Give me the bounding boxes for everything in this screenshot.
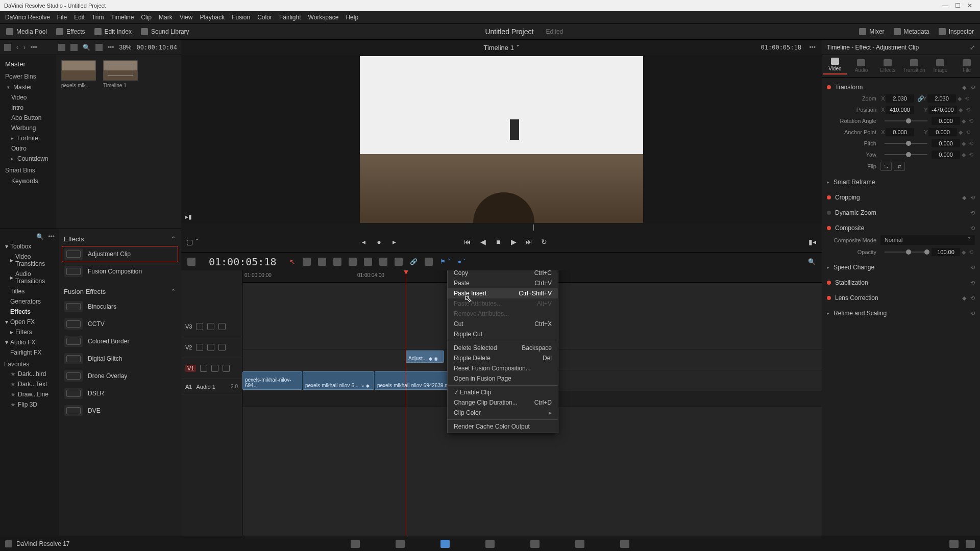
cut-page-icon[interactable] [396,540,405,548]
effect-drone-overlay[interactable]: Drone Overlay [62,368,178,384]
keyframe-icon[interactable]: ◆ [962,140,966,147]
deliver-page-icon[interactable] [620,540,629,548]
list-view-icon[interactable] [70,44,78,51]
fav-item[interactable]: ★ Dark...Text [1,379,58,389]
transform-section-head[interactable]: Transform◆⟲ [827,82,975,93]
pool-menu-icon[interactable] [4,44,11,51]
fav-item[interactable]: ★ Flip 3D [1,399,58,410]
stop-icon[interactable]: ■ [494,238,502,246]
selection-tool-icon[interactable]: ↖ [289,258,296,266]
yaw-input[interactable] [932,151,960,159]
timeline[interactable]: V3 V2 V1 A1Audio 12.0 01:00:00:00 01:00:… [181,270,822,536]
opacity-slider[interactable] [885,252,927,253]
composite-head[interactable]: Composite⟲ [827,222,975,234]
menu-mark[interactable]: Mark [159,14,173,21]
reset-icon[interactable]: ⟲ [966,129,970,136]
video-clip[interactable]: pexels-mikhail-nilov-694... [242,371,302,390]
menu-item-reset-fusion-composition[interactable]: Reset Fusion Composition... [448,363,558,373]
menu-item-open-in-fusion-page[interactable]: Open in Fusion Page [448,373,558,384]
zoom-timeline-icon[interactable]: 🔍 [808,258,816,265]
smart-reframe-head[interactable]: ▸Smart Reframe [827,177,975,188]
collapse-icon[interactable]: ⌃ [170,235,176,243]
tl-view-icon[interactable] [187,258,195,266]
flip-h-button[interactable]: ⇋ [880,162,892,171]
media-page-icon[interactable] [351,540,360,548]
menu-view[interactable]: View [180,14,193,21]
menu-trim[interactable]: Trim [92,14,104,21]
yaw-slider[interactable] [885,154,927,155]
reset-icon[interactable]: ⟲ [969,118,973,124]
smart-bins-head[interactable]: Smart Bins [2,164,54,176]
reset-icon[interactable]: ⟲ [969,152,973,158]
mixer-button[interactable]: Mixer [859,28,884,35]
openfx-item[interactable]: ▾Open FX [1,317,58,327]
keyframe-icon[interactable]: ◆ [962,152,966,158]
reset-icon[interactable]: ⟲ [970,310,975,317]
marker-icon[interactable]: ● [375,238,383,246]
track-head-v2[interactable]: V2 [181,337,242,358]
menu-color[interactable]: Color [257,14,272,21]
replace-icon[interactable] [364,258,372,266]
settings-icon[interactable] [966,540,975,548]
color-page-icon[interactable] [530,540,540,548]
pos-y-input[interactable] [928,106,957,114]
menu-clip[interactable]: Clip [141,14,152,21]
clip-thumb[interactable]: pexels-mik... [61,60,96,88]
keyframe-icon[interactable]: ◆ [962,118,966,124]
menu-item-cut[interactable]: CutCtrl+X [448,319,558,329]
zoom-y-input[interactable] [927,94,956,103]
keyframe-icon[interactable]: ◆ [958,95,962,102]
et-effects[interactable]: Effects [1,307,58,317]
sort-icon[interactable] [95,44,103,51]
collapse-icon[interactable]: ⌃ [170,288,176,295]
et-generators[interactable]: Generators [1,296,58,307]
menu-item-enable-clip[interactable]: ✓Enable Clip [448,387,558,397]
playhead[interactable] [406,270,406,536]
menu-item-copy[interactable]: CopyCtrl+C [448,270,558,278]
home-icon[interactable] [949,540,959,548]
adjustment-clip-item[interactable]: Adjustment Clip [62,246,178,262]
auto-select-icon[interactable] [207,344,214,351]
metadata-button[interactable]: Metadata [894,28,929,35]
last-frame-icon[interactable]: ⏭ [525,238,533,246]
menu-item-render-cache-color-output[interactable]: Render Cache Color Output [448,421,558,432]
keyframe-icon[interactable]: ◆ [959,107,963,113]
auto-select-icon[interactable] [207,323,214,330]
match-frame-icon[interactable]: ▮◂ [808,238,817,246]
stabilization-head[interactable]: Stabilization⟲ [827,277,975,288]
effects-button[interactable]: Effects [56,28,85,35]
bin-abo-button[interactable]: Abo Button [2,113,54,123]
et-video-transitions[interactable]: ▸Video Transitions [1,252,58,269]
flip-v-button[interactable]: ⇵ [894,162,905,171]
grid-view-icon[interactable] [58,44,65,51]
edit-index-button[interactable]: Edit Index [94,28,132,35]
menu-help[interactable]: Help [346,14,358,21]
close-icon[interactable]: ✕ [964,2,976,9]
pos-x-input[interactable] [886,106,914,114]
et-audio-transitions[interactable]: ▸Audio Transitions [1,269,58,286]
et-titles[interactable]: Titles [1,286,58,296]
zoom-x-input[interactable] [886,94,914,103]
reset-icon[interactable]: ⟲ [970,225,975,232]
menu-edit[interactable]: Edit [74,14,85,21]
bin-outro[interactable]: Outro [2,143,54,154]
insert-icon[interactable] [333,258,341,266]
bin-werbung[interactable]: Werbung [2,123,54,133]
search-icon[interactable]: 🔍 [36,233,44,240]
keywords-bin[interactable]: Keywords [2,176,54,186]
composite-mode-select[interactable]: Normal˅ [880,235,975,245]
flag-icon[interactable]: ⚑ ˅ [440,258,450,265]
master-bin[interactable]: Master [2,58,54,70]
effect-cctv[interactable]: CCTV [62,316,178,332]
timeline-timecode[interactable]: 01:00:05:18 [203,255,282,269]
opacity-input[interactable] [932,248,960,256]
fit-to-fill-icon[interactable] [379,258,387,266]
audiofx-item[interactable]: ▾Audio FX [1,337,58,347]
timeline-thumb[interactable]: Timeline 1 [103,60,138,88]
rotation-input[interactable] [932,117,960,125]
sound-library-button[interactable]: Sound Library [141,28,189,35]
retime-head[interactable]: ▸Retime and Scaling⟲ [827,308,975,319]
media-pool-button[interactable]: Media Pool [6,28,47,35]
keyframe-icon[interactable]: ◆ [962,249,966,256]
pitch-slider[interactable] [885,143,927,144]
